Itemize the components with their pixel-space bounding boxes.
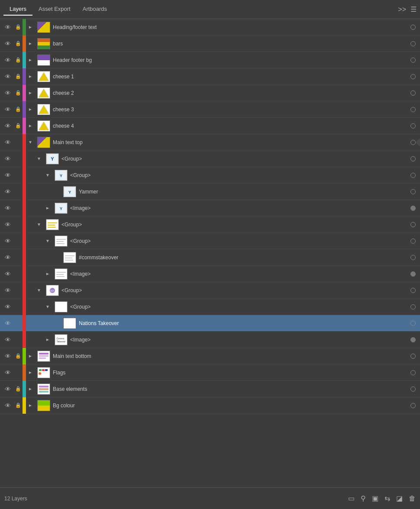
expand-arrow-heading-footer-text[interactable]: ► [26,25,35,29]
layer-row-group-5[interactable]: 👁▼NT<Group> [0,282,420,299]
layer-row-image-2[interactable]: 👁►<Image> [0,266,420,282]
visibility-circle-bars[interactable] [408,41,418,46]
expand-arrow-group-5[interactable]: ▼ [35,288,43,293]
expand-arrow-image-1[interactable]: ► [43,206,52,210]
layer-row-group-1[interactable]: 👁▼Y<Group> [0,151,420,167]
lock-col-base-elements[interactable]: 🔒 [14,386,23,392]
expand-arrow-group-2[interactable]: ▼ [43,173,52,177]
lock-col-main-text-bottom[interactable]: 🔒 [14,353,23,359]
expand-arrow-main-text-top[interactable]: ▼ [26,140,35,145]
expand-arrow-bg-colour[interactable]: ► [26,403,35,408]
expand-arrow-header-footer-bg[interactable]: ► [26,58,35,62]
expand-arrow-cheese-2[interactable]: ► [26,90,35,95]
eye-icon-cheese-2[interactable]: 👁 [2,90,14,97]
visibility-circle-group-1[interactable] [408,156,418,161]
eye-icon-nations-takeover[interactable]: 👁 [2,320,14,327]
eye-icon-group-4[interactable]: 👁 [2,238,14,245]
layer-row-group-2[interactable]: 👁▼Y<Group> [0,167,420,184]
expand-arrow-cheese-3[interactable]: ► [26,107,35,112]
lock-col-bg-colour[interactable]: 🔒 [14,403,23,408]
artboard-icon[interactable]: ▣ [372,494,378,503]
layer-row-base-elements[interactable]: 👁🔒►Base elements [0,381,420,397]
eye-icon-cheese-4[interactable]: 👁 [2,122,14,129]
trash-icon[interactable]: 🗑 [409,495,416,503]
visibility-circle-cheese-3[interactable] [408,107,418,112]
eye-icon-group-2[interactable]: 👁 [2,172,14,179]
eye-icon-commstakeover[interactable]: 👁 [2,254,14,261]
lock-col-cheese-2[interactable]: 🔒 [14,90,23,96]
expand-arrow-group-4[interactable]: ▼ [43,238,52,243]
expand-arrow-image-3[interactable]: ► [43,337,52,342]
layer-row-bars[interactable]: 👁🔒►bars [0,35,420,52]
eye-icon-image-3[interactable]: 👁 [2,336,14,343]
expand-arrow-cheese-1[interactable]: ► [26,74,35,79]
eye-icon-cheese-3[interactable]: 👁 [2,106,14,113]
expand-arrow-bars[interactable]: ► [26,41,35,46]
layer-row-cheese-1[interactable]: 👁🔒►cheese 1 [0,68,420,85]
visibility-circle-group-6[interactable] [408,304,418,309]
expand-arrow-group-6[interactable]: ▼ [43,304,52,309]
layer-row-nations-takeover[interactable]: 👁Nations Takeover [0,315,420,332]
link-icon[interactable]: ⇆ [384,494,390,503]
tab-asset-export[interactable]: Asset Export [32,3,77,16]
visibility-circle-group-3[interactable] [408,222,418,227]
visibility-circle-commstakeover[interactable] [408,255,418,260]
eye-icon-group-6[interactable]: 👁 [2,303,14,310]
export-icon[interactable]: ▭ [348,494,355,503]
layer-row-group-4[interactable]: 👁▼<Group> [0,233,420,249]
visibility-circle-flags[interactable] [408,370,418,375]
layer-row-bg-colour[interactable]: 👁🔒►Bg colour [0,397,420,414]
expand-arrow-main-text-bottom[interactable]: ► [26,354,35,358]
tab-layers[interactable]: Layers [3,3,32,16]
expand-arrow-image-2[interactable]: ► [43,271,52,276]
layer-row-main-text-top[interactable]: 👁▼Main text top [0,134,420,151]
layer-row-cheese-3[interactable]: 👁🔒►cheese 3 [0,101,420,118]
layer-row-group-3[interactable]: 👁▼<Group> [0,216,420,233]
lock-col-bars[interactable]: 🔒 [14,41,23,46]
lock-col-cheese-3[interactable]: 🔒 [14,106,23,112]
eye-icon-group-5[interactable]: 👁 [2,287,14,294]
layer-row-yammer[interactable]: 👁YYammer [0,184,420,200]
lock-col-header-footer-bg[interactable]: 🔒 [14,57,23,63]
expand-arrow-cheese-4[interactable]: ► [26,123,35,128]
visibility-circle-main-text-bottom[interactable] [408,354,418,359]
visibility-circle-image-2[interactable] [408,271,418,277]
eye-icon-main-text-top[interactable]: 👁 [2,139,14,146]
layer-row-image-1[interactable]: 👁►Y<Image> [0,200,420,216]
visibility-circle-group-5[interactable] [408,288,418,293]
layer-row-flags[interactable]: 👁►Flags [0,364,420,381]
visibility-circle-base-elements[interactable] [408,387,418,392]
expand-arrow-base-elements[interactable]: ► [26,387,35,391]
expand-arrow-flags[interactable]: ► [26,370,35,375]
eye-icon-bars[interactable]: 👁 [2,40,14,47]
visibility-circle-heading-footer-text[interactable] [408,25,418,30]
visibility-circle-group-2[interactable] [408,173,418,178]
visibility-circle-image-3[interactable] [408,337,418,342]
eye-icon-group-3[interactable]: 👁 [2,221,14,228]
layer-row-image-3[interactable]: 👁►CommsTakeover<Image> [0,332,420,348]
eye-icon-flags[interactable]: 👁 [2,369,14,376]
eye-icon-main-text-bottom[interactable]: 👁 [2,353,14,360]
search-icon[interactable]: ⚲ [361,494,366,503]
lock-col-cheese-1[interactable]: 🔒 [14,74,23,79]
layer-row-cheese-4[interactable]: 👁🔒►cheese 4 [0,118,420,134]
visibility-circle-bg-colour[interactable] [408,403,418,408]
lock-col-heading-footer-text[interactable]: 🔒 [14,24,23,30]
expand-arrow-group-1[interactable]: ▼ [35,156,43,161]
visibility-circle-yammer[interactable] [408,189,418,194]
eye-icon-image-2[interactable]: 👁 [2,271,14,277]
visibility-circle-group-4[interactable] [408,238,418,244]
visibility-circle-nations-takeover[interactable] [408,321,418,326]
layer-row-heading-footer-text[interactable]: 👁🔒►Heading/footer text [0,19,420,35]
visibility-circle-image-1[interactable] [408,206,418,211]
eye-icon-group-1[interactable]: 👁 [2,155,14,162]
move-icon[interactable]: ◪ [396,494,403,503]
eye-icon-yammer[interactable]: 👁 [2,188,14,195]
visibility-circle-cheese-1[interactable] [408,74,418,79]
layer-row-header-footer-bg[interactable]: 👁🔒►Header footer bg [0,52,420,68]
visibility-circle-cheese-2[interactable] [408,90,418,96]
menu-icon[interactable]: ☰ [410,5,417,13]
layer-row-cheese-2[interactable]: 👁🔒►cheese 2 [0,85,420,101]
layer-row-group-6[interactable]: 👁▼<Group> [0,299,420,315]
eye-icon-heading-footer-text[interactable]: 👁 [2,24,14,31]
